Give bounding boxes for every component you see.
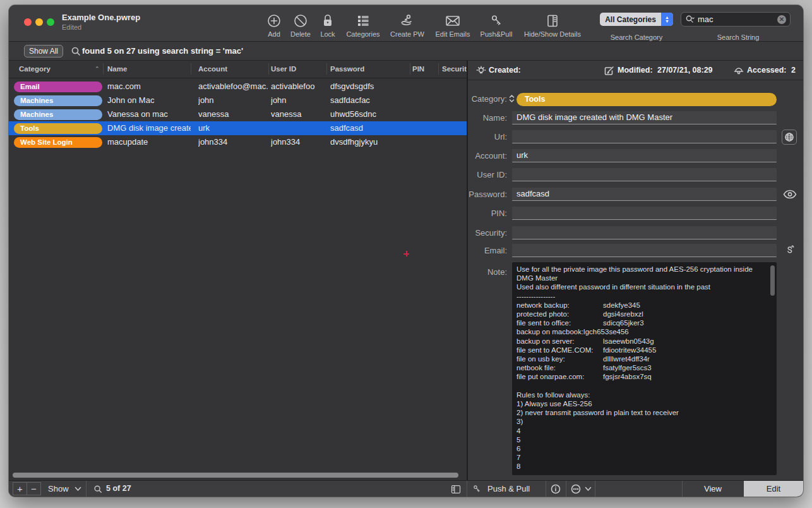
table-header: Category ⌃ Name Account User ID Password… [9,61,467,78]
category-pill: Machines [14,95,102,106]
show-all-button[interactable]: Show All [24,45,63,57]
search-category-value: All Categories [600,15,661,24]
detail-panel: Created: Modified: 27/07/21, 08:29 Acces… [468,61,803,480]
actions-chevron-icon[interactable] [585,487,592,492]
column-header-pin[interactable]: PIN [412,65,424,73]
password-field[interactable]: sadfcasd [512,188,777,201]
created-lightbulb-icon [476,66,486,76]
accessed-icon [734,66,744,75]
horizontal-scrollbar[interactable] [13,473,458,478]
url-field[interactable] [512,130,777,143]
account-field[interactable]: urk [512,149,777,162]
security-field-label: Security: [412,228,507,238]
pin-field[interactable] [512,207,777,220]
table-row[interactable]: Web Site Login macupdate john334 john334… [9,135,467,149]
category-pill: Email [14,82,102,92]
count-search-icon [93,485,102,493]
sort-ascending-icon: ⌃ [95,66,100,72]
modified-label: Modified: [618,66,653,75]
search-category-dropdown[interactable]: All Categories ▲▼ [600,13,673,26]
search-category-label: Search Category [611,33,663,41]
clear-search-icon[interactable]: ✕ [777,15,786,24]
details-panel-icon[interactable] [451,485,461,494]
column-header-password[interactable]: Password [330,65,364,73]
search-string-input[interactable]: mac ✕ [681,12,791,27]
zoom-window-button[interactable] [47,18,54,26]
note-text: Use for all the private image this passw… [516,265,768,471]
minimize-window-button[interactable] [35,18,43,26]
status-search-icon [71,46,81,56]
category-field-label: Category: [412,94,507,104]
table-row[interactable]: Machines Vanessa on mac vanessa vanessa … [9,107,467,121]
accessed-value: 2 [791,66,796,75]
document-title: Example One.pwrep [62,13,140,22]
modified-value: 27/07/21, 08:29 [657,66,713,75]
document-title-block: Example One.pwrep Edited [62,13,140,31]
search-string-label: Search String [717,33,760,41]
name-field[interactable]: DMG disk image created with DMG Master [512,111,777,124]
column-header-category[interactable]: Category [19,65,51,73]
open-url-button[interactable] [782,130,797,145]
user-id-field-label: User ID: [412,170,507,179]
modified-pencil-icon [604,66,614,76]
globe-icon [784,132,794,142]
security-field[interactable] [512,226,777,239]
column-header-user-id[interactable]: User ID [271,65,296,73]
password-field-label: Password: [412,190,507,199]
close-window-button[interactable] [24,18,32,26]
bottom-bar: + − Show 5 of 27 Push & Pull View Edit [9,480,803,497]
created-label: Created: [489,66,521,75]
remove-record-button[interactable]: − [27,482,41,495]
show-dropdown[interactable]: Show [48,484,69,493]
record-count: 5 of 27 [106,484,131,493]
email-field-label: Email: [412,246,507,255]
crosshair-cursor [403,251,409,257]
account-field-label: Account: [412,151,507,160]
table-row[interactable]: Email mac.com activablefoo@mac.c activab… [9,80,467,94]
name-field-label: Name: [412,113,507,123]
category-pill: Machines [14,109,102,120]
edit-mode-button[interactable]: Edit [744,481,803,497]
hide-show-details-button[interactable]: Hide/Show Details [515,13,590,38]
show-chevron-icon [75,487,81,492]
search-string-value: mac [698,15,777,24]
search-icon [685,15,695,24]
search-status-text: found 5 on 27 using search string = 'mac… [82,46,243,56]
reveal-password-eye-icon[interactable] [783,190,797,199]
user-id-field[interactable] [512,168,777,181]
table-row-selected[interactable]: Tools DMG disk image created urk sadfcas… [9,121,467,135]
accessed-label: Accessed: [747,66,787,75]
table-row[interactable]: Machines John on Mac john john sadfdacfa… [9,94,467,107]
info-icon[interactable] [551,484,561,494]
push-pull-button[interactable]: Push & Pull [487,484,530,493]
push-pull-key-icon [472,484,482,494]
note-field-label: Note: [412,267,507,277]
record-meta-row: Created: Modified: 27/07/21, 08:29 Acces… [468,61,803,80]
add-record-button[interactable]: + [13,482,27,495]
filter-bar: Show All found 5 on 27 using search stri… [9,42,803,61]
substitution-icon[interactable] [785,245,795,255]
url-field-label: Url: [412,132,507,142]
app-window: Example One.pwrep Edited Add Delete Lock [9,5,803,497]
category-pill: Web Site Login [14,137,102,148]
category-pill: Tools [14,123,102,134]
view-mode-button[interactable]: View [682,481,744,497]
actions-menu-icon[interactable] [571,484,581,494]
sidebar-layout-icon [515,13,590,29]
category-stepper-icon[interactable] [509,94,515,103]
dropdown-stepper-icon: ▲▼ [661,13,673,26]
category-value-pill[interactable]: Tools [516,93,777,106]
email-field[interactable] [512,244,777,257]
toolbar: Example One.pwrep Edited Add Delete Lock [9,5,803,42]
pin-field-label: PIN: [412,209,507,218]
note-field[interactable]: Use for all the private image this passw… [512,262,777,475]
column-header-account[interactable]: Account [198,65,227,73]
document-edited-state: Edited [62,23,140,31]
note-scrollbar[interactable] [770,265,775,296]
column-header-name[interactable]: Name [107,65,127,73]
